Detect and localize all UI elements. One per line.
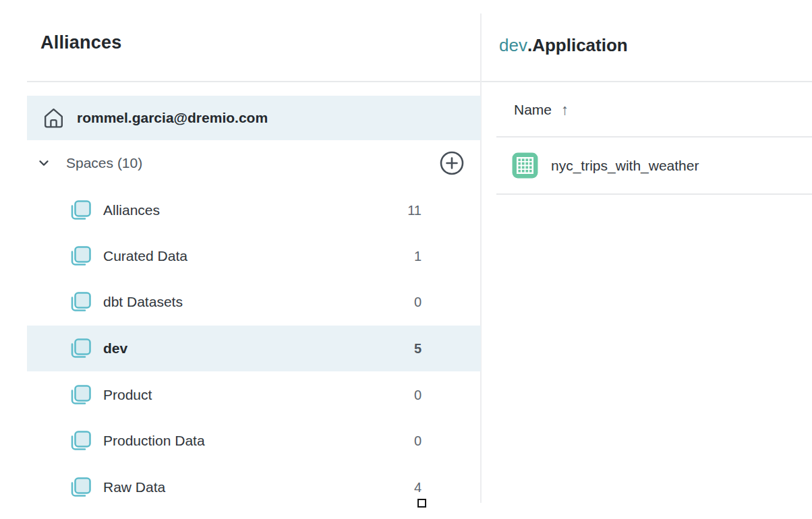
space-count: 0	[414, 295, 481, 310]
home-icon	[41, 106, 66, 131]
space-label: Curated Data	[103, 248, 187, 264]
user-email-label: rommel.garcia@dremio.com	[77, 110, 268, 126]
space-label: Raw Data	[103, 479, 165, 495]
space-icon	[67, 382, 93, 408]
space-icon	[67, 197, 93, 223]
chevron-down-icon[interactable]	[36, 156, 51, 171]
space-count: 5	[414, 341, 481, 357]
stray-square-artifact	[417, 499, 426, 508]
plus-circle-icon	[438, 150, 465, 177]
sidebar-item-space[interactable]: Product 0	[27, 372, 481, 418]
space-label: Production Data	[103, 433, 205, 449]
space-label: dev	[103, 340, 127, 357]
space-icon	[67, 428, 93, 454]
space-count: 1	[414, 249, 481, 264]
sidebar-item-space-selected[interactable]: dev 5	[27, 326, 481, 371]
sidebar-item-space[interactable]: dbt Datasets 0	[27, 279, 481, 325]
dataset-table-icon	[511, 152, 539, 179]
space-count: 11	[407, 203, 481, 218]
space-label: dbt Datasets	[103, 294, 183, 310]
dataset-name-label: nyc_trips_with_weather	[551, 158, 699, 174]
add-space-button[interactable]	[438, 150, 465, 177]
breadcrumb: dev.Application	[499, 35, 628, 56]
space-count: 0	[414, 388, 481, 403]
space-icon	[67, 336, 93, 361]
space-label: Product	[103, 387, 152, 403]
table-row-dataset[interactable]: nyc_trips_with_weather	[496, 138, 812, 193]
spaces-section-label: Spaces (10)	[66, 155, 142, 171]
dremio-catalog-screen: Alliances rommel.garcia@dremio.com Space…	[0, 0, 812, 519]
space-icon	[67, 243, 93, 269]
space-icon	[67, 475, 93, 500]
breadcrumb-current-name: Application	[532, 35, 628, 55]
column-header-name[interactable]: Name ↑	[514, 100, 569, 120]
sidebar-item-space[interactable]: Raw Data 4	[27, 464, 481, 510]
sort-ascending-icon: ↑	[561, 101, 569, 119]
space-icon	[67, 289, 93, 315]
header-divider	[27, 81, 812, 82]
spaces-section-header: Spaces (10)	[27, 151, 481, 175]
space-count: 0	[414, 433, 481, 449]
sidebar-item-user-home[interactable]: rommel.garcia@dremio.com	[27, 96, 481, 140]
breadcrumb-space-link[interactable]: dev	[499, 35, 527, 55]
table-row-divider	[496, 193, 812, 195]
sidebar-item-space[interactable]: Curated Data 1	[27, 233, 481, 279]
column-header-label: Name	[514, 102, 552, 118]
page-title: Alliances	[40, 32, 121, 53]
space-label: Alliances	[103, 202, 160, 218]
sidebar-item-space[interactable]: Alliances 11	[27, 187, 481, 233]
sidebar-item-space[interactable]: Production Data 0	[27, 418, 481, 464]
space-count: 4	[414, 480, 481, 495]
